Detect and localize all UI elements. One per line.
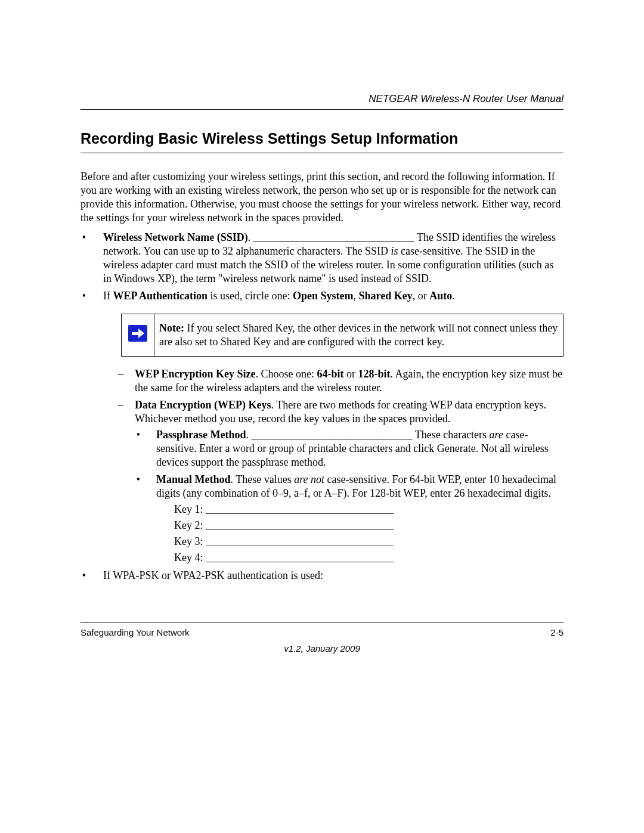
manual-label: Manual Method — [156, 473, 231, 485]
key-3: Key 3: _________________________________… — [174, 535, 564, 549]
wep-auth-item: If WEP Authentication is used, circle on… — [91, 289, 564, 565]
section-heading: Recording Basic Wireless Settings Setup … — [80, 129, 564, 153]
key-2: Key 2: _________________________________… — [174, 519, 564, 532]
wep-size-or: or — [344, 368, 358, 380]
passphrase-item: Passphrase Method. _____________________… — [145, 428, 564, 469]
wep-opt-open: Open System — [293, 290, 354, 302]
passphrase-tail1: These characters — [413, 429, 490, 441]
page-footer: Safeguarding Your Network 2-5 v1.2, Janu… — [80, 623, 564, 654]
passphrase-are: are — [490, 429, 503, 441]
note-icon-cell — [122, 314, 154, 357]
key-1: Key 1: _________________________________… — [174, 503, 564, 516]
wep-size-mid: . Choose one: — [256, 368, 317, 380]
top-bullet-list: Wireless Network Name (SSID). __________… — [80, 231, 564, 583]
wep-size-128: 128-bit — [358, 368, 391, 380]
note-label: Note: — [159, 322, 184, 334]
wep-prefix: If — [103, 290, 113, 302]
ssid-is: is — [391, 245, 398, 257]
wep-size-64: 64-bit — [317, 368, 344, 380]
footer-version: v1.2, January 2009 — [80, 643, 564, 654]
wep-size-label: WEP Encryption Key Size — [135, 368, 256, 380]
ssid-item: Wireless Network Name (SSID). __________… — [91, 231, 564, 286]
note-text-cell: Note: If you select Shared Key, the othe… — [154, 314, 564, 357]
wep-opt-shared: Shared Key — [359, 290, 413, 302]
wep-keys-item: Data Encryption (WEP) Keys. There are tw… — [118, 398, 564, 565]
arrow-right-icon — [128, 325, 147, 342]
intro-paragraph: Before and after customizing your wirele… — [80, 170, 564, 225]
wep-auth-label: WEP Authentication — [113, 290, 208, 302]
wep-size-item: WEP Encryption Key Size. Choose one: 64-… — [118, 367, 564, 395]
manual-page: NETGEAR Wireless-N Router User Manual Re… — [0, 0, 644, 833]
wep-keys-label: Data Encryption (WEP) Keys — [135, 399, 271, 411]
manual-arenot: are not — [294, 473, 324, 485]
note-box: Note: If you select Shared Key, the othe… — [121, 314, 564, 357]
wep-mid: is used, circle one: — [208, 290, 293, 302]
key-4: Key 4: _________________________________… — [174, 551, 564, 565]
methods-list: Passphrase Method. _____________________… — [135, 428, 564, 565]
passphrase-blank: ______________________________ — [252, 429, 413, 441]
wep-opt-auto: Auto — [429, 290, 452, 302]
footer-page-number: 2-5 — [550, 627, 564, 638]
wpa-item: If WPA-PSK or WPA2-PSK authentication is… — [91, 569, 564, 583]
ssid-label: Wireless Network Name (SSID) — [103, 231, 248, 243]
key-lines: Key 1: _________________________________… — [174, 503, 564, 565]
ssid-blank: ______________________________ — [253, 231, 414, 243]
page-header: NETGEAR Wireless-N Router User Manual — [80, 92, 564, 110]
passphrase-label: Passphrase Method — [156, 429, 246, 441]
manual-item: Manual Method. These values are not case… — [145, 473, 564, 565]
note-text: If you select Shared Key, the other devi… — [159, 322, 558, 348]
wep-sublist: WEP Encryption Key Size. Choose one: 64-… — [103, 367, 564, 565]
manual-pre: . These values — [231, 473, 295, 485]
footer-left: Safeguarding Your Network — [80, 627, 190, 638]
